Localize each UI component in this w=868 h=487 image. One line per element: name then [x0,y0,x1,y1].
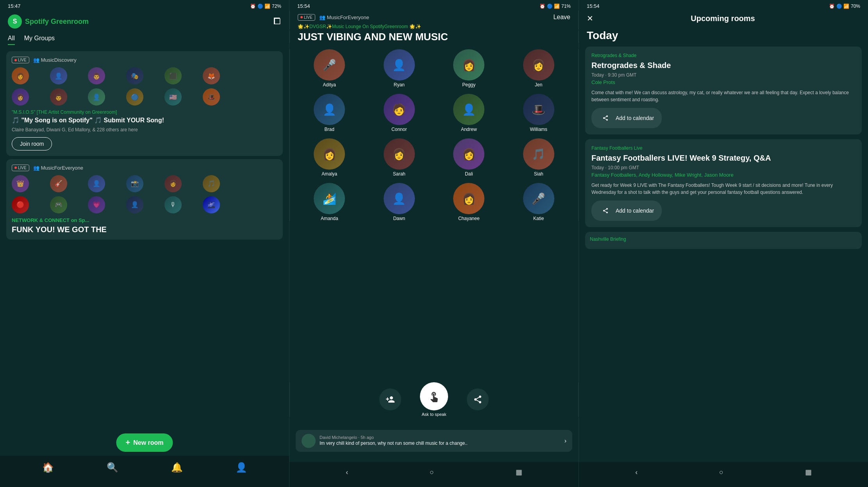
speaker-brad: 👤 Brad [298,94,361,132]
event-tag-nashville: Nashville Briefing [590,236,857,242]
join-room-button[interactable]: Join room [12,137,52,150]
android-nav-1: 🏠 🔍 🔔 👤 [0,456,289,487]
leave-button[interactable]: Leave [553,14,570,21]
speaker-dali: 👩 Dali [437,138,501,177]
event-tag-1: Retrogrades & Shade [591,53,855,58]
av2-7: 🔴 [12,196,29,213]
avatar-1: 👩 [12,67,29,84]
speaker-name-andrew: Andrew [461,127,477,132]
event-time-1: Today · 9:30 pm GMT [591,72,855,78]
recent-btn-2[interactable]: ▦ [516,468,522,476]
speaker-name-sarah: Sarah [393,171,405,177]
speaker-name-amanda: Amanda [321,216,338,221]
speaker-avatar-chayanee: 👩 [453,183,484,214]
ask-to-speak-button[interactable] [420,382,448,410]
av2-10: 👤 [126,196,143,213]
home-btn-3[interactable]: ○ [719,468,723,476]
back-btn-2[interactable]: ‹ [346,468,348,476]
speaker-avatar-williams: 🎩 [523,94,554,125]
speaker-aditya: 🎤 Aditya [298,49,361,88]
speaker-name-ryan: Ryan [394,82,405,88]
speakers-grid: 🎤 Aditya 👤 Ryan 👩 Peggy 👩 Jen 👤 Brad 🧑 [289,49,579,221]
speaker-name-dali: Dali [465,171,473,177]
phone-3: 15:54 ⏰ 🔵 📶 70% ✕ Upcoming rooms Today R… [579,0,868,487]
room-name-1: 🎵 "My Song is on Spotify" 🎵 Submit YOUR … [12,116,277,125]
logo-icon: S [8,14,22,29]
live-badge-1: LIVE [12,57,29,63]
speaker-connor: 🧑 Connor [368,94,431,132]
speaker-avatar-katie: 🎤 [523,183,554,214]
new-room-fab[interactable]: + New room [116,433,173,452]
status-bar-1: 15:47 ⏰ 🔵 📶 72% [0,0,289,11]
avatar-5: ⬛ [164,67,182,84]
av2-4: 📸 [126,175,143,192]
room-subtitle-p2: 🌟✨DVGSR✨Music Lounge On SpotifyGreenroom… [289,24,579,29]
avatar-4: 🎭 [126,67,143,84]
group-name-2: 👥 MusicForEveryone [33,165,83,171]
status-icons-2: ⏰ 🔵 📶 [539,4,560,9]
speaker-avatar-andrew: 👤 [453,94,484,125]
speaker-name-peggy: Peggy [462,82,475,88]
tab-mygroups[interactable]: My Groups [24,35,55,45]
avatar-8: 👩 [12,88,29,106]
av2-1: 👑 [12,175,29,192]
nav-home[interactable]: 🏠 [42,462,54,473]
speaker-name-dawn: Dawn [393,216,405,221]
page-title-3: Upcoming rooms [600,14,846,23]
nav-bell[interactable]: 🔔 [171,462,183,473]
event-card-2: Fantasy Footballers Live Fantasy Footbal… [585,139,862,227]
speaker-avatar-siah: 🎵 [523,138,554,170]
speaker-name-aditya: Aditya [323,82,336,88]
home-btn-2[interactable]: ○ [430,468,434,476]
logo-spotify: Spotify [25,18,51,25]
speaker-jen: 👩 Jen [507,49,571,88]
card-music-discovery: LIVE 👥 MusicDiscovery 👩 👤 👨 🎭 ⬛ 🦊 👩 👨 [6,51,283,156]
speaker-avatar-ryan: 👤 [384,49,415,81]
back-btn-3[interactable]: ‹ [635,468,638,476]
battery-3: 70% [851,4,860,9]
avatar-3: 👨 [88,67,105,84]
speaker-avatar-dawn: 👤 [384,183,415,214]
speaker-name-jen: Jen [535,82,542,88]
status-icons-3: ⏰ 🔵 📶 [829,4,849,9]
avatar-10: 👤 [88,88,105,106]
live-badge-2: LIVE [12,165,29,171]
add-calendar-btn-2[interactable]: Add to calendar [591,201,662,221]
nav-search[interactable]: 🔍 [107,462,118,473]
nav-profile[interactable]: 👤 [236,462,247,473]
card2-header: LIVE 👥 MusicForEveryone [12,165,277,171]
action-bar: Ask to speak [289,382,579,417]
group-p2: 👥 MusicForEveryone [319,14,369,20]
speaker-avatar-sarah: 👩 [384,138,415,170]
speaker-name-chayanee: Chayanee [458,216,480,221]
share-button[interactable] [467,389,489,410]
calendar-icon[interactable]: ⧠ [273,16,281,27]
share-icon-1 [599,112,612,124]
add-calendar-label-2: Add to calendar [616,208,654,214]
card1-header: LIVE 👥 MusicDiscovery [12,57,277,63]
speaker-peggy: 👩 Peggy [437,49,501,88]
avatar-2: 👤 [50,67,67,84]
av2-12: 🌌 [203,196,220,213]
card2-tag: NETWORK & CONNECT on Sp... [12,217,277,223]
room-title-p2: JUST VIBING AND NEW MUSIC [289,31,579,43]
card-music-for-everyone: LIVE 👥 MusicForEveryone 👑 🎸 👤 📸 👩 🎵 🔴 🎮 … [6,159,283,240]
speaker-name-brad: Brad [325,127,334,132]
speaker-avatar-brad: 👤 [314,94,345,125]
recent-btn-3[interactable]: ▦ [805,468,812,476]
add-calendar-btn-1[interactable]: Add to calendar [591,108,662,128]
tab-all[interactable]: All [8,35,15,45]
speaker-avatar-jen: 👩 [523,49,554,81]
av2-8: 🎮 [50,196,67,213]
logo: S Spotify Greenroom [8,14,89,29]
speaker-name-katie: Katie [533,216,544,221]
add-person-button[interactable] [379,389,401,410]
event-card-nashville: Nashville Briefing [585,232,862,249]
chat-preview[interactable]: David Michelangelo · 5h ago Im very chil… [296,430,572,452]
speaker-name-connor: Connor [391,127,407,132]
status-bar-3: 15:54 ⏰ 🔵 📶 70% [579,0,868,11]
close-button[interactable]: ✕ [587,14,593,23]
speaker-chayanee: 👩 Chayanee [437,183,501,221]
live-group-2: LIVE 👥 MusicForEveryone [298,14,369,21]
live-badge-p2: LIVE [298,14,315,21]
